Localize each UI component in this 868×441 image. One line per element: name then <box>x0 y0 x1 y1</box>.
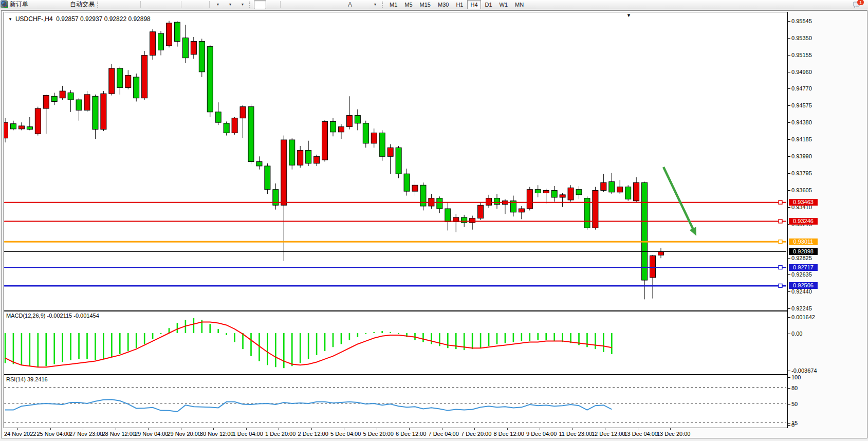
price-chart-panel[interactable]: ▼USDCHF-,H4 0.92857 0.92937 0.92822 0.92… <box>4 12 788 311</box>
timeframe-mn-button[interactable]: MN <box>512 0 527 9</box>
arrows-tool-button[interactable]: ▼ <box>368 0 381 9</box>
candles-layer <box>4 21 664 300</box>
fibonacci-tool-button[interactable]: F <box>331 0 344 9</box>
candlestick-mode-button[interactable] <box>114 0 126 9</box>
text-label-tool-button[interactable]: T <box>356 0 368 9</box>
time-axis-label: 2 Dec 12:00 <box>298 431 328 437</box>
line-chart-mode-button[interactable] <box>126 0 139 9</box>
ohlc-values: 0.92857 0.92937 0.92822 0.92898 <box>56 15 151 23</box>
axis-tick <box>788 425 790 426</box>
price-badge-0.93463: 0.93463 <box>789 199 818 206</box>
tile-windows-button[interactable] <box>167 0 179 9</box>
time-tick <box>50 428 51 430</box>
axis-tick <box>788 21 790 22</box>
time-tick <box>213 428 214 430</box>
time-tick <box>17 428 18 430</box>
axis-tick <box>788 291 790 292</box>
toolbar-grip[interactable] <box>249 2 252 8</box>
horizontal-line-tool-button[interactable] <box>294 0 307 9</box>
timeframe-w1-button[interactable]: W1 <box>496 0 511 9</box>
axis-tick <box>788 88 790 89</box>
time-axis-label: 27 Nov 23:00 <box>69 431 103 437</box>
price-chart-canvas[interactable] <box>4 12 786 309</box>
axis-tick <box>788 122 790 123</box>
chevron-down-icon: ▼ <box>374 3 377 6</box>
rsi-axis-label: 80 <box>791 385 798 391</box>
price-axis-label: 0.94380 <box>791 119 812 125</box>
timeframe-m5-button[interactable]: M5 <box>401 0 415 9</box>
time-axis-label: 5 Dec 04:00 <box>330 431 361 437</box>
timeframe-h4-button[interactable]: H4 <box>467 0 481 9</box>
macd-label: MACD(12,26,9) -0.002115 -0.001454 <box>6 313 99 319</box>
axis-tick <box>788 371 790 371</box>
price-axis-label: 0.93990 <box>791 153 812 159</box>
equidistant-channel-tool-button[interactable]: E <box>319 0 331 9</box>
time-axis[interactable]: 24 Nov 202225 Nov 04:0027 Nov 23:0028 No… <box>2 428 867 438</box>
time-axis-label: 24 Nov 2022 <box>4 431 36 437</box>
add-indicator-button[interactable]: ▼ <box>211 0 224 9</box>
timeframe-h1-button[interactable]: H1 <box>453 0 466 9</box>
zoom-out-button[interactable] <box>155 0 167 9</box>
timeframe-d1-button[interactable]: D1 <box>482 0 495 9</box>
toolbar-grip[interactable] <box>97 2 100 8</box>
time-axis-label: 25 Nov 04:00 <box>37 431 70 437</box>
horizontal-line-0.92506[interactable] <box>4 284 786 287</box>
axis-tick <box>788 55 790 56</box>
axis-tick <box>788 173 790 174</box>
text-tool-button[interactable]: A <box>344 0 356 9</box>
new-order-button[interactable]: 新订单 <box>7 0 30 9</box>
text-tool-icon: A <box>348 1 352 8</box>
time-tick <box>409 428 410 430</box>
time-tick <box>246 428 247 430</box>
horizontal-line-0.93246[interactable] <box>4 219 786 223</box>
trend-arrow-annotation[interactable] <box>663 167 696 236</box>
auto-scroll-button[interactable] <box>183 0 195 9</box>
horizontal-line-0.93463[interactable] <box>4 200 786 204</box>
price-axis[interactable]: 0.955450.953500.951550.949600.947700.945… <box>788 11 867 438</box>
vertical-line-tool-button[interactable] <box>282 0 294 9</box>
price-badge-0.93011: 0.93011 <box>789 238 818 245</box>
price-axis-label: 0.94960 <box>791 69 812 75</box>
trendline-tool-button[interactable] <box>307 0 319 9</box>
time-tick <box>572 428 573 430</box>
time-tick <box>83 428 83 430</box>
time-tick <box>181 428 181 430</box>
zoom-in-button[interactable] <box>142 0 155 9</box>
rsi-label: RSI(14) 39.2416 <box>6 376 48 382</box>
price-axis-label: 0.92245 <box>791 305 812 311</box>
axis-tick <box>788 334 790 334</box>
chart-window-button[interactable] <box>42 0 54 9</box>
chart-shift-button[interactable] <box>195 0 208 9</box>
time-tick <box>377 428 377 430</box>
window-menu-icon[interactable]: ▼ <box>8 17 12 22</box>
macd-axis-label: -0.003674 <box>791 368 817 374</box>
auto-trading-button[interactable]: 自动交易 <box>67 0 96 9</box>
chart-shift-marker-icon[interactable]: ▼ <box>626 13 631 18</box>
chart-window: ▼USDCHF-,H4 0.92857 0.92937 0.92822 0.92… <box>1 10 867 438</box>
time-axis-label: 7 Dec 20:00 <box>461 431 491 437</box>
axis-tick <box>788 377 790 378</box>
time-tick <box>148 428 149 430</box>
time-axis-label: 1 Dec 04:00 <box>233 431 263 437</box>
macd-panel[interactable]: MACD(12,26,9) -0.002115 -0.001454 <box>4 311 788 375</box>
template-button[interactable]: ▼ <box>236 0 248 9</box>
chevron-down-icon: ▼ <box>241 3 245 6</box>
horizontal-line-0.92717[interactable] <box>4 266 786 269</box>
time-tick <box>442 428 442 430</box>
cursor-tool-button[interactable] <box>254 0 266 9</box>
rsi-line <box>5 399 612 412</box>
horizontal-line-0.93011[interactable] <box>4 240 786 244</box>
timeframe-m15-button[interactable]: M15 <box>417 0 434 9</box>
signals-button[interactable] <box>54 0 67 9</box>
market-depth-button[interactable] <box>30 0 42 9</box>
toolbar-grip[interactable] <box>382 2 384 8</box>
timeframe-toolbar: M1M5M15M30H1H4D1W1MN <box>386 0 527 9</box>
timeframe-m30-button[interactable]: M30 <box>435 0 452 9</box>
bar-chart-mode-button[interactable] <box>102 0 114 9</box>
time-axis-label: 9 Dec 04:00 <box>526 431 557 437</box>
timeframe-m1-button[interactable]: M1 <box>386 0 400 9</box>
rsi-panel[interactable]: RSI(14) 39.2416 <box>4 375 788 428</box>
notifications-chat-button[interactable]: 1 <box>853 1 863 9</box>
crosshair-tool-button[interactable] <box>266 0 279 9</box>
period-button[interactable]: ▼ <box>224 0 236 9</box>
